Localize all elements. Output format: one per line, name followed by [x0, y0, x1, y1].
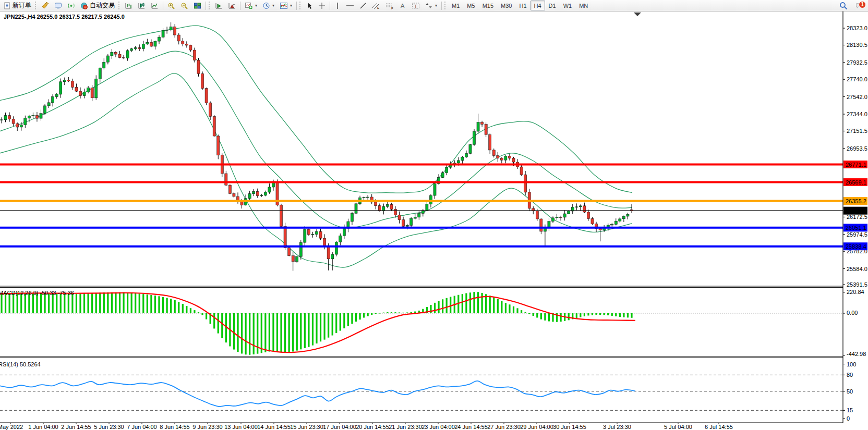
price-badge-26771.1: 26771.1 [843, 161, 867, 168]
toolbar-right-group: 1 [837, 1, 867, 11]
trendline-icon [359, 2, 367, 9]
crosshair-icon [318, 2, 326, 9]
zoom-in-icon [167, 2, 175, 9]
time-tick-label: 1 Jun 04:00 [28, 424, 58, 430]
toolbar-separator [163, 2, 163, 10]
rsi-tick-label: 50 [847, 388, 853, 395]
svg-text:A: A [401, 3, 405, 9]
fibonacci-icon: F [385, 2, 394, 9]
timeframe-h4-button[interactable]: H4 [531, 1, 545, 10]
label-tool-button[interactable]: T [409, 1, 423, 11]
fibonacci-tool-button[interactable]: F [383, 1, 396, 11]
toolbar-grip [209, 2, 211, 9]
hammer-icon [41, 2, 49, 9]
price-tick-label: 28130.5 [847, 42, 867, 48]
auto-scroll-button[interactable] [212, 1, 225, 11]
svg-text:26355.2: 26355.2 [846, 198, 866, 204]
tile-windows-icon [194, 2, 201, 9]
autotrading-button[interactable]: 自动交易 [78, 1, 117, 11]
search-button[interactable] [837, 1, 850, 11]
period-button[interactable]: ▾ [260, 1, 277, 11]
time-tick-label: 15 Jun 23:30 [290, 424, 323, 430]
new-order-label: 新订单 [13, 1, 31, 10]
time-tick-label: 23 Jun 04:00 [421, 424, 455, 430]
crosshair-tool-button[interactable] [316, 1, 328, 11]
price-tick-label: 27932.5 [847, 59, 867, 66]
toolbar-separator [240, 2, 240, 10]
timeframe-group: M1M5M15M30H1H4D1W1MN [448, 1, 592, 10]
new-order-icon [4, 2, 11, 9]
time-tick-label: 13 Jun 04:00 [224, 424, 258, 430]
toolbar-grip [35, 2, 38, 9]
price-badge-26245.0: 26245.0 [843, 207, 867, 215]
price-tick-label: 26953.5 [847, 145, 867, 152]
price-tick-label: 28323.0 [847, 25, 867, 31]
time-axis[interactable]: May 20221 Jun 04:002 Jun 14:555 Jun 23:3… [0, 423, 843, 430]
svg-text:E: E [377, 6, 379, 9]
price-tick-label: 25584.0 [847, 266, 867, 272]
bar-chart-mode-button[interactable] [122, 1, 135, 11]
timeframe-h1-button[interactable]: H1 [515, 1, 530, 10]
horizontal-line-icon [346, 2, 354, 9]
market-watch-button[interactable] [39, 1, 52, 11]
macd-tick-label: 220.84 [847, 289, 864, 295]
timeframe-m30-button[interactable]: M30 [497, 1, 515, 10]
time-tick-label: 6 Jul 14:55 [705, 424, 733, 430]
arrows-icon [425, 2, 433, 9]
svg-text:T: T [414, 3, 417, 8]
time-tick-label: May 2022 [0, 424, 23, 430]
zoom-in-button[interactable] [165, 1, 178, 11]
toolbar-separator [206, 2, 206, 10]
zoom-out-button[interactable] [178, 1, 191, 11]
svg-text:F: F [391, 6, 393, 9]
time-tick-label: 21 Jun 23:30 [389, 424, 422, 430]
svg-text:26245.0: 26245.0 [846, 207, 866, 214]
candlestick-chart-icon [138, 2, 146, 9]
bar-chart-icon [125, 2, 132, 9]
time-tick-label: 5 Jun 23:30 [94, 424, 124, 430]
timeframe-m1-button[interactable]: M1 [448, 1, 463, 10]
time-tick-label: 27 Jun 23:30 [487, 424, 521, 430]
add-indicator-button[interactable]: ▾ [242, 1, 260, 11]
add-indicator-icon [245, 2, 253, 9]
time-tick-label: 7 Jun 04:00 [127, 424, 157, 430]
timeframe-d1-button[interactable]: D1 [545, 1, 560, 10]
trendline-tool-button[interactable] [357, 1, 369, 11]
timeframe-mn-button[interactable]: MN [575, 1, 592, 10]
price-badge-26569.1: 26569.1 [843, 178, 867, 186]
text-tool-button[interactable]: A [396, 1, 409, 11]
svg-text:26771.1: 26771.1 [846, 162, 866, 168]
timeframe-m5-button[interactable]: M5 [463, 1, 478, 10]
notification-badge: 1 [859, 1, 866, 8]
price-tick-label: 25974.5 [847, 231, 867, 238]
cursor-tool-button[interactable] [303, 1, 316, 11]
svg-text:26051.1: 26051.1 [846, 225, 866, 231]
price-tick-label: 26172.5 [847, 214, 867, 220]
vertical-line-icon [334, 2, 341, 9]
vertical-line-tool-button[interactable] [332, 1, 343, 11]
template-button[interactable]: ▾ [277, 1, 295, 11]
timeframe-w1-button[interactable]: W1 [560, 1, 576, 10]
time-tick-label: 24 Jun 14:55 [454, 424, 488, 430]
text-icon: A [399, 2, 406, 9]
tile-windows-button[interactable] [191, 1, 204, 11]
channel-tool-button[interactable]: E [369, 1, 383, 11]
line-chart-mode-button[interactable] [148, 1, 161, 11]
equidistant-channel-icon: E [372, 2, 380, 9]
price-chart[interactable]: 28323.028130.527932.527740.027542.027344… [0, 11, 868, 430]
terminal-button[interactable] [52, 1, 65, 11]
rsi-tick-label: 80 [847, 372, 853, 378]
arrows-tool-button[interactable]: ▾ [423, 1, 440, 11]
new-order-button[interactable]: 新订单 [1, 1, 34, 11]
strategy-tester-button[interactable] [65, 1, 78, 11]
text-label-icon: T [412, 2, 420, 9]
macd-tick-label: 0.00 [847, 310, 858, 316]
notifications-button[interactable]: 1 [853, 1, 865, 11]
timeframe-m15-button[interactable]: M15 [479, 1, 497, 10]
chart-shift-button[interactable] [225, 1, 238, 11]
candlestick-mode-button[interactable] [135, 1, 148, 11]
auto-scroll-icon [215, 2, 223, 9]
horizontal-line-tool-button[interactable] [343, 1, 357, 11]
rsi-label: RSI(14) 50.5264 [0, 361, 41, 367]
chart-area: 28323.028130.527932.527740.027542.027344… [0, 11, 868, 430]
